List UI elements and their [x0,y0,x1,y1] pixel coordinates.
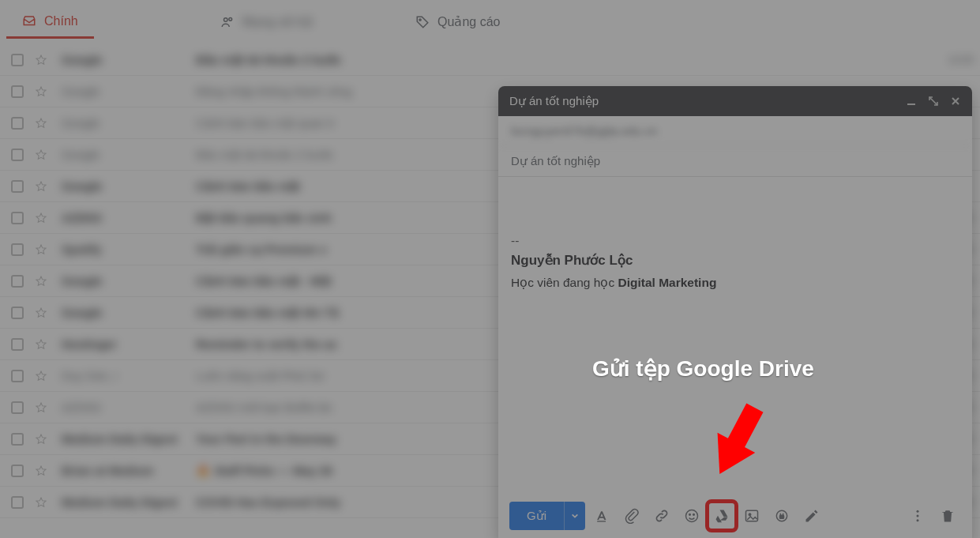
email-sender: Google [62,306,196,319]
checkbox[interactable] [11,465,24,477]
checkbox[interactable] [11,117,24,130]
tab-social-label: Mạng xã hội [242,14,313,29]
star-icon[interactable] [35,149,47,161]
svg-point-7 [693,514,695,516]
tab-promotions[interactable]: Quảng cáo [400,8,516,37]
checkbox[interactable] [11,149,24,161]
checkbox[interactable] [11,401,24,414]
svg-point-6 [689,514,691,516]
insert-emoji-icon[interactable] [678,502,705,529]
svg-point-2 [419,18,421,20]
send-more-button[interactable] [564,502,585,530]
svg-point-13 [917,515,919,517]
close-icon[interactable] [950,96,961,107]
svg-point-9 [749,514,751,516]
checkbox[interactable] [11,338,24,351]
star-icon[interactable] [35,433,47,446]
email-subject: Bảo mật tài khoản 2 bước [196,53,918,67]
people-icon [220,15,235,29]
email-row[interactable]: GoogleBảo mật tài khoản 2 bước14:05 [0,44,980,76]
email-sender: Hostinger [62,337,196,351]
tab-primary-label: Chính [44,14,78,28]
email-sender: Medium Daily Digest [62,432,196,446]
annotation-callout: Gửi tệp Google Drive [592,356,814,382]
signature-role-bold: Digital Marketing [618,276,716,289]
email-sender: Google [62,148,196,161]
email-date: 14:05 [918,54,974,66]
signature-name: Nguyễn Phước Lộc [511,251,959,271]
insert-photo-icon[interactable] [738,502,765,529]
svg-point-14 [917,519,919,521]
annotation-arrow [701,395,772,485]
email-sender: Google [62,53,196,66]
star-icon[interactable] [35,401,47,414]
inbox-icon [22,14,36,28]
signature-role-prefix: Học viên đang học [511,276,618,289]
signature-divider: -- [511,232,959,250]
attach-file-icon[interactable] [618,502,645,529]
star-icon[interactable] [35,54,47,66]
checkbox[interactable] [11,370,24,382]
tag-icon [415,15,430,29]
email-sender: AZDIGI [62,211,196,224]
email-sender: AZDIGI [62,401,196,414]
email-sender: Brian at Medium [62,464,196,477]
insert-link-icon[interactable] [648,502,675,529]
star-icon[interactable] [35,180,47,193]
svg-rect-4 [597,521,606,521]
signature-role: Học viên đang học Digital Marketing [511,274,959,292]
star-icon[interactable] [35,465,47,477]
email-sender: Google [62,85,196,98]
compose-recipient[interactable]: locnguyen97b@gijta.edu.vn [498,116,972,146]
star-icon[interactable] [35,243,47,256]
star-icon[interactable] [35,275,47,288]
checkbox[interactable] [11,180,24,193]
star-icon[interactable] [35,496,47,509]
compose-header: Dự án tốt nghiệp [498,86,972,116]
star-icon[interactable] [35,212,47,224]
email-sender: Spotify [62,243,196,256]
send-group: Gửi [509,502,585,530]
checkbox[interactable] [11,243,24,256]
more-options-icon[interactable] [904,502,931,529]
compose-toolbar: Gửi [498,494,972,538]
email-sender: Medium Daily Digest [62,495,196,509]
format-text-icon[interactable] [588,502,615,529]
minimize-icon[interactable] [906,96,917,107]
compose-subject[interactable]: Dự án tốt nghiệp [498,146,972,177]
checkbox[interactable] [11,54,24,66]
star-icon[interactable] [35,370,47,382]
svg-point-12 [917,510,919,513]
tab-promotions-label: Quảng cáo [437,14,500,29]
checkbox[interactable] [11,433,24,446]
email-sender: Duy Sơn, r [62,369,196,383]
discard-draft-icon[interactable] [934,502,961,529]
category-tabs: Chính Mạng xã hội Quảng cáo [0,0,980,40]
tab-social[interactable]: Mạng xã hội [205,8,329,37]
checkbox[interactable] [11,496,24,509]
confidential-mode-icon[interactable] [768,502,795,529]
svg-rect-11 [780,515,784,518]
send-button[interactable]: Gửi [509,502,564,530]
tab-primary[interactable]: Chính [6,8,94,39]
star-icon[interactable] [35,85,47,98]
email-sender: Google [62,274,196,288]
star-icon[interactable] [35,307,47,319]
svg-rect-3 [907,103,915,105]
svg-point-0 [223,17,227,21]
svg-point-5 [686,510,698,522]
compose-title: Dự án tốt nghiệp [509,94,599,108]
email-sender: Google [62,179,196,193]
star-icon[interactable] [35,338,47,351]
star-icon[interactable] [35,117,47,130]
insert-signature-icon[interactable] [798,502,825,529]
email-sender: Google [62,116,196,130]
checkbox[interactable] [11,212,24,224]
svg-point-1 [229,17,232,21]
checkbox[interactable] [11,307,24,319]
google-drive-icon[interactable] [708,502,735,529]
fullscreen-icon[interactable] [928,96,939,107]
checkbox[interactable] [11,275,24,288]
checkbox[interactable] [11,85,24,98]
